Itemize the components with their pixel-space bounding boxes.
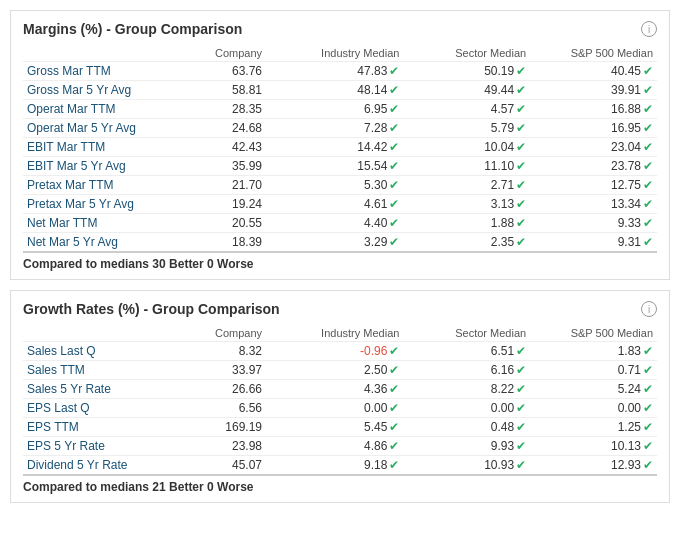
industry-val: 48.14✔ — [266, 81, 403, 100]
company-val: 24.68 — [171, 119, 266, 138]
growth-col-label — [23, 325, 171, 342]
check-icon: ✔ — [389, 159, 399, 173]
industry-val: 47.83✔ — [266, 62, 403, 81]
sector-val: 9.93✔ — [403, 437, 530, 456]
sp500-val: 12.75✔ — [530, 176, 657, 195]
check-icon: ✔ — [643, 344, 653, 358]
growth-title: Growth Rates (%) - Group Comparison — [23, 301, 280, 317]
check-icon: ✔ — [516, 235, 526, 249]
sector-val: 0.00✔ — [403, 399, 530, 418]
industry-val: 3.29✔ — [266, 233, 403, 253]
sp500-val: 0.00✔ — [530, 399, 657, 418]
check-icon: ✔ — [516, 382, 526, 396]
growth-info-icon[interactable]: i — [641, 301, 657, 317]
growth-section: Growth Rates (%) - Group Comparison i Co… — [10, 290, 670, 503]
check-icon: ✔ — [389, 401, 399, 415]
sector-val: 5.79✔ — [403, 119, 530, 138]
check-icon: ✔ — [516, 102, 526, 116]
row-label: Operat Mar TTM — [23, 100, 171, 119]
growth-col-sp500: S&P 500 Median — [530, 325, 657, 342]
check-icon: ✔ — [643, 140, 653, 154]
check-icon: ✔ — [643, 197, 653, 211]
check-icon: ✔ — [389, 439, 399, 453]
check-icon: ✔ — [643, 458, 653, 472]
check-icon: ✔ — [516, 401, 526, 415]
margins-col-industry: Industry Median — [266, 45, 403, 62]
sector-val: 4.57✔ — [403, 100, 530, 119]
company-val: 33.97 — [171, 361, 266, 380]
company-val: 63.76 — [171, 62, 266, 81]
industry-val: 7.28✔ — [266, 119, 403, 138]
company-val: 28.35 — [171, 100, 266, 119]
industry-val: 9.18✔ — [266, 456, 403, 476]
industry-val: 15.54✔ — [266, 157, 403, 176]
margins-info-icon[interactable]: i — [641, 21, 657, 37]
row-label: Dividend 5 Yr Rate — [23, 456, 171, 476]
row-label: Operat Mar 5 Yr Avg — [23, 119, 171, 138]
check-icon: ✔ — [643, 121, 653, 135]
check-icon: ✔ — [516, 178, 526, 192]
check-icon: ✔ — [643, 64, 653, 78]
check-icon: ✔ — [389, 121, 399, 135]
industry-val: 6.95✔ — [266, 100, 403, 119]
sp500-val: 40.45✔ — [530, 62, 657, 81]
growth-col-industry: Industry Median — [266, 325, 403, 342]
check-icon: ✔ — [389, 363, 399, 377]
company-val: 18.39 — [171, 233, 266, 253]
table-row: Sales Last Q 8.32 -0.96✔ 6.51✔ 1.83✔ — [23, 342, 657, 361]
table-row: Gross Mar TTM 63.76 47.83✔ 50.19✔ 40.45✔ — [23, 62, 657, 81]
check-icon: ✔ — [389, 458, 399, 472]
check-icon: ✔ — [516, 83, 526, 97]
check-icon: ✔ — [389, 235, 399, 249]
check-icon: ✔ — [516, 439, 526, 453]
table-row: Net Mar 5 Yr Avg 18.39 3.29✔ 2.35✔ 9.31✔ — [23, 233, 657, 253]
industry-val: 5.30✔ — [266, 176, 403, 195]
table-row: Operat Mar 5 Yr Avg 24.68 7.28✔ 5.79✔ 16… — [23, 119, 657, 138]
company-val: 20.55 — [171, 214, 266, 233]
sp500-val: 9.33✔ — [530, 214, 657, 233]
check-icon: ✔ — [643, 235, 653, 249]
check-icon: ✔ — [389, 83, 399, 97]
row-label: EBIT Mar TTM — [23, 138, 171, 157]
check-icon: ✔ — [643, 420, 653, 434]
company-val: 8.32 — [171, 342, 266, 361]
row-label: Sales TTM — [23, 361, 171, 380]
growth-col-company: Company — [171, 325, 266, 342]
industry-val: 4.61✔ — [266, 195, 403, 214]
row-label: Pretax Mar 5 Yr Avg — [23, 195, 171, 214]
sector-val: 6.51✔ — [403, 342, 530, 361]
sector-val: 11.10✔ — [403, 157, 530, 176]
company-val: 26.66 — [171, 380, 266, 399]
row-label: EPS Last Q — [23, 399, 171, 418]
margins-section: Margins (%) - Group Comparison i Company… — [10, 10, 670, 280]
sp500-val: 1.83✔ — [530, 342, 657, 361]
check-icon: ✔ — [389, 420, 399, 434]
sp500-val: 23.78✔ — [530, 157, 657, 176]
sp500-val: 1.25✔ — [530, 418, 657, 437]
check-icon: ✔ — [389, 216, 399, 230]
table-row: Pretax Mar TTM 21.70 5.30✔ 2.71✔ 12.75✔ — [23, 176, 657, 195]
row-label: Gross Mar 5 Yr Avg — [23, 81, 171, 100]
check-icon: ✔ — [516, 458, 526, 472]
check-icon: ✔ — [643, 159, 653, 173]
row-label: Pretax Mar TTM — [23, 176, 171, 195]
sector-val: 50.19✔ — [403, 62, 530, 81]
sp500-val: 9.31✔ — [530, 233, 657, 253]
margins-col-label — [23, 45, 171, 62]
sp500-val: 39.91✔ — [530, 81, 657, 100]
row-label: EBIT Mar 5 Yr Avg — [23, 157, 171, 176]
industry-val: 2.50✔ — [266, 361, 403, 380]
row-label: Sales 5 Yr Rate — [23, 380, 171, 399]
company-val: 6.56 — [171, 399, 266, 418]
margins-summary: Compared to medians 30 Better 0 Worse — [23, 252, 657, 271]
table-row: Operat Mar TTM 28.35 6.95✔ 4.57✔ 16.88✔ — [23, 100, 657, 119]
company-val: 35.99 — [171, 157, 266, 176]
margins-title: Margins (%) - Group Comparison — [23, 21, 242, 37]
check-icon: ✔ — [516, 159, 526, 173]
row-label: EPS 5 Yr Rate — [23, 437, 171, 456]
company-val: 21.70 — [171, 176, 266, 195]
growth-table: Company Industry Median Sector Median S&… — [23, 325, 657, 494]
check-icon: ✔ — [643, 401, 653, 415]
margins-col-company: Company — [171, 45, 266, 62]
sector-val: 10.04✔ — [403, 138, 530, 157]
